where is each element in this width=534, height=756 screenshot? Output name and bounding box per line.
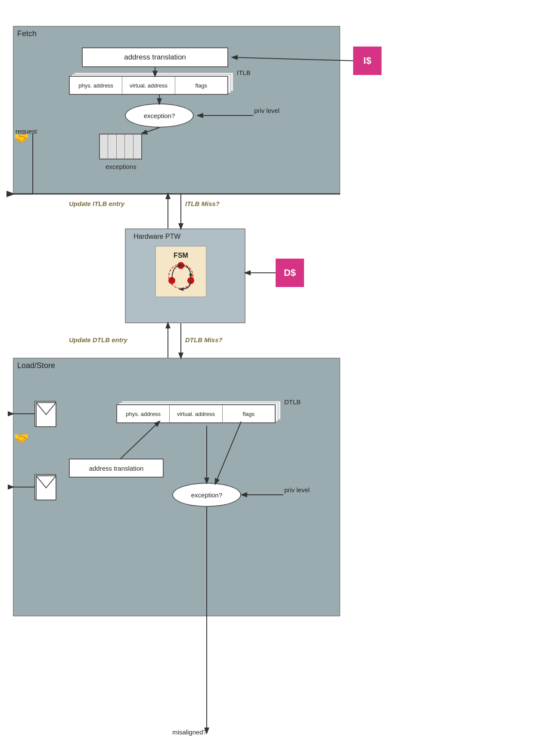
addr-trans-ls-label: address translation	[89, 465, 144, 472]
priv-level-fetch: priv level	[254, 107, 279, 114]
dtlb-cell-flags: flags	[223, 405, 275, 422]
dtlb-label: DTLB	[284, 398, 301, 406]
dcache-box: D$	[276, 259, 304, 287]
addr-trans-ls-box: address translation	[69, 459, 164, 478]
icache-box: I$	[353, 47, 382, 75]
itlb-card-front: phys. address virtual. address flags	[69, 76, 228, 95]
ls-icon-top	[34, 401, 56, 427]
exception-ls-ellipse: exception?	[172, 483, 241, 507]
ls-icon-bot	[34, 474, 56, 500]
exceptions-label: exceptions	[106, 163, 137, 170]
dtlb-cell-virt: virtual. address	[170, 405, 222, 422]
exception-fetch-label: exception?	[144, 112, 175, 119]
fetch-label: Fetch	[17, 29, 37, 38]
exc-bar-2	[108, 134, 116, 159]
diagram: Fetch I$ address translation ITLB phys. …	[0, 0, 534, 756]
exc-bar-5	[134, 134, 141, 159]
loadstore-label: Load/Store	[17, 361, 55, 370]
misaligned-label: misaligned?	[172, 728, 207, 736]
ptw-label: Hardware PTW	[134, 233, 180, 241]
icache-label: I$	[363, 55, 371, 66]
exception-ls-label: exception?	[191, 491, 223, 499]
dtlb-card-front: phys. address virtual. address flags	[116, 404, 276, 423]
handshake-ls-icon: 🤝	[14, 431, 29, 445]
handshake-fetch-icon: 🤝	[14, 131, 29, 145]
dtlb-miss-label: DTLB Miss?	[185, 336, 223, 344]
itlb-label: ITLB	[237, 69, 251, 76]
itlb-cell-phys: phys. address	[70, 77, 122, 94]
update-dtlb-label: Update DTLB entry	[69, 336, 127, 344]
itlb-stack: phys. address virtual. address flags	[69, 72, 233, 94]
itlb-miss-label: ITLB Miss?	[185, 200, 220, 207]
exc-bar-4	[125, 134, 133, 159]
dtlb-stack: phys. address virtual. address flags	[116, 401, 280, 422]
addr-trans-fetch-label: address translation	[124, 53, 186, 62]
priv-level-ls: priv level	[284, 486, 310, 494]
exc-bar-1	[100, 134, 108, 159]
fsm-label: FSM	[174, 252, 188, 259]
itlb-cell-flags: flags	[175, 77, 227, 94]
dcache-label: D$	[284, 267, 296, 278]
exception-fetch-ellipse: exception?	[125, 103, 194, 128]
addr-trans-fetch-box: address translation	[82, 47, 228, 67]
dtlb-cell-phys: phys. address	[117, 405, 170, 422]
exc-bar-3	[117, 134, 125, 159]
exceptions-buffer	[99, 134, 142, 159]
itlb-cell-virt: virtual. address	[122, 77, 175, 94]
update-itlb-label: Update ITLB entry	[69, 200, 124, 207]
fsm-circles	[166, 261, 196, 291]
fsm-box: FSM	[155, 246, 207, 297]
